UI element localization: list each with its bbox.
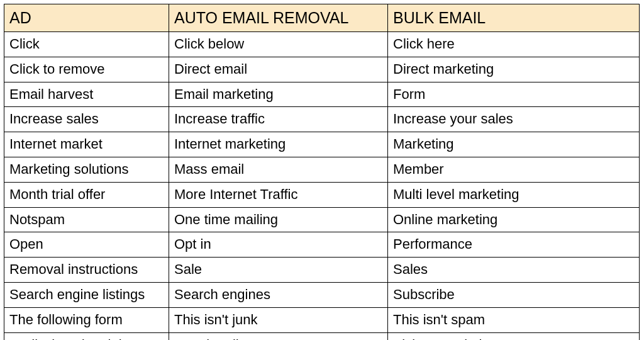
- table-row: Month trial offer More Internet Traffic …: [4, 182, 640, 207]
- cell: Month trial offer: [4, 182, 169, 207]
- table-row: Undisclosed recipient Unsubscribe Visit …: [4, 332, 640, 340]
- table-row: Internet market Internet marketing Marke…: [4, 132, 640, 157]
- table-row: Click Click below Click here: [4, 32, 640, 57]
- table-row: Click to remove Direct email Direct mark…: [4, 57, 640, 82]
- cell: Click to remove: [4, 57, 169, 82]
- cell: More Internet Traffic: [169, 182, 388, 207]
- cell: Unsubscribe: [169, 332, 388, 340]
- cell: Increase traffic: [169, 107, 388, 132]
- cell: Notspam: [4, 207, 169, 232]
- table-row: Email harvest Email marketing Form: [4, 82, 640, 107]
- table-row: Open Opt in Performance: [4, 232, 640, 258]
- cell: Online marketing: [388, 207, 640, 232]
- spam-words-table: AD AUTO EMAIL REMOVAL BULK EMAIL Click C…: [4, 4, 640, 340]
- cell: Marketing solutions: [4, 157, 169, 182]
- cell: Search engines: [169, 282, 388, 307]
- cell: Marketing: [388, 132, 640, 157]
- table-row: Removal instructions Sale Sales: [4, 258, 640, 283]
- cell: Internet market: [4, 132, 169, 157]
- cell: Mass email: [169, 157, 388, 182]
- col-header-bulk-email: BULK EMAIL: [388, 4, 640, 32]
- cell: Direct email: [169, 57, 388, 82]
- cell: Sales: [388, 258, 640, 283]
- cell: Opt in: [169, 232, 388, 258]
- cell: Form: [388, 82, 640, 107]
- cell: Internet marketing: [169, 132, 388, 157]
- cell: Visit our website: [388, 332, 640, 340]
- table-row: Marketing solutions Mass email Member: [4, 157, 640, 182]
- table-header-row: AD AUTO EMAIL REMOVAL BULK EMAIL: [4, 4, 640, 32]
- table-body: Click Click below Click here Click to re…: [4, 32, 640, 341]
- cell: Increase sales: [4, 107, 169, 132]
- cell: Click here: [388, 32, 640, 57]
- cell: The following form: [4, 307, 169, 332]
- cell: Undisclosed recipient: [4, 332, 169, 340]
- table-row: Search engine listings Search engines Su…: [4, 282, 640, 307]
- cell: Removal instructions: [4, 258, 169, 283]
- cell: Subscribe: [388, 282, 640, 307]
- col-header-ad: AD: [4, 4, 169, 32]
- cell: Performance: [388, 232, 640, 258]
- cell: This isn't spam: [388, 307, 640, 332]
- table-row: The following form This isn't junk This …: [4, 307, 640, 332]
- cell: One time mailing: [169, 207, 388, 232]
- cell: Open: [4, 232, 169, 258]
- cell: This isn't junk: [169, 307, 388, 332]
- table-row: Increase sales Increase traffic Increase…: [4, 107, 640, 132]
- table-row: Notspam One time mailing Online marketin…: [4, 207, 640, 232]
- col-header-auto-email-removal: AUTO EMAIL REMOVAL: [169, 4, 388, 32]
- cell: Search engine listings: [4, 282, 169, 307]
- cell: Email harvest: [4, 82, 169, 107]
- cell: Multi level marketing: [388, 182, 640, 207]
- cell: Email marketing: [169, 82, 388, 107]
- cell: Click: [4, 32, 169, 57]
- cell: Direct marketing: [388, 57, 640, 82]
- cell: Sale: [169, 258, 388, 283]
- cell: Increase your sales: [388, 107, 640, 132]
- cell: Member: [388, 157, 640, 182]
- cell: Click below: [169, 32, 388, 57]
